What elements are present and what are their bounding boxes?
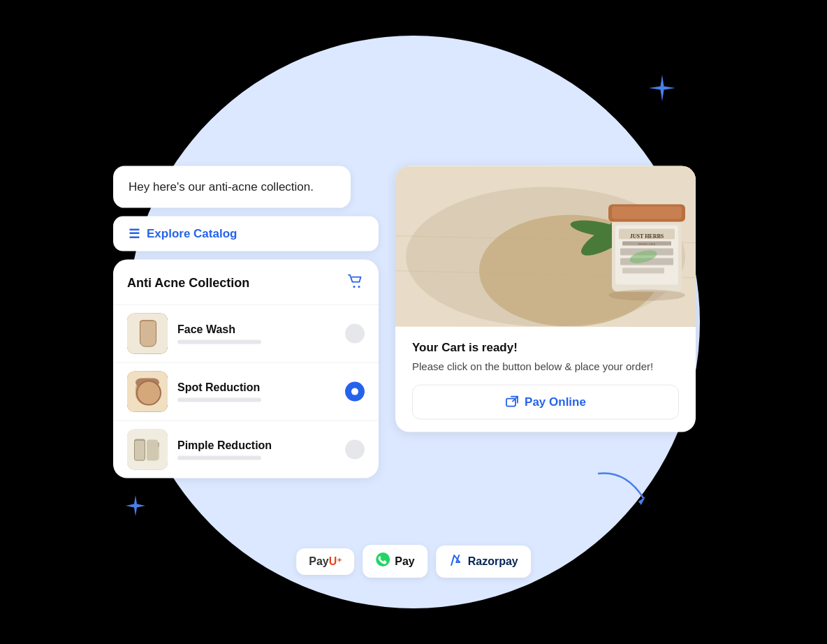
product-info-pimple-reduction: Pimple Reduction	[177, 439, 335, 460]
svg-rect-4	[140, 320, 155, 327]
svg-text:JUST HERBS: JUST HERBS	[630, 233, 664, 240]
cart-ready-title: Your Cart is ready!	[412, 341, 679, 355]
payu-logo-card: PayU⁺	[296, 548, 354, 575]
list-icon: ☰	[129, 226, 140, 241]
catalog-title: Anti Acne Collection	[127, 276, 249, 291]
product-toggle-face-wash[interactable]	[345, 323, 365, 343]
razorpay-logo-card: Razorpay	[436, 546, 531, 578]
svg-rect-3	[140, 320, 155, 344]
product-bar-spot-reduction	[177, 397, 261, 402]
product-item-pimple-reduction: Pimple Reduction	[113, 420, 379, 478]
product-thumb-spot-reduction	[127, 371, 168, 411]
svg-rect-30	[612, 207, 682, 219]
razorpay-text: Razorpay	[468, 555, 518, 568]
cart-ready-subtitle: Please click on the button below & place…	[412, 359, 679, 374]
cart-icon	[346, 272, 365, 290]
payu-logo-text: PayU⁺	[309, 555, 342, 568]
scene: Hey here's our anti-acne collection. ☰ E…	[0, 0, 827, 644]
svg-rect-11	[138, 388, 156, 389]
svg-rect-14	[127, 429, 168, 469]
razorpay-icon	[448, 552, 464, 571]
product-bar-pimple-reduction	[177, 455, 261, 460]
right-column: JUST HERBS SKINCARE Your Cart is ready! …	[395, 166, 696, 432]
product-name-pimple-reduction: Pimple Reduction	[177, 439, 335, 451]
svg-rect-12	[138, 390, 152, 392]
cart-icon-button[interactable]	[346, 272, 365, 294]
product-info-face-wash: Face Wash	[177, 323, 335, 344]
svg-rect-15	[134, 439, 145, 460]
svg-rect-6	[141, 331, 151, 332]
product-item-face-wash: Face Wash	[113, 304, 379, 362]
svg-text:SKINCARE: SKINCARE	[638, 242, 655, 246]
sparkle-top-right-icon	[647, 73, 677, 109]
svg-rect-5	[141, 328, 154, 330]
cart-card: JUST HERBS SKINCARE Your Cart is ready! …	[395, 166, 696, 432]
svg-rect-8	[127, 371, 168, 411]
product-toggle-spot-reduction[interactable]	[345, 381, 365, 401]
catalog-card: Anti Acne Collection	[113, 259, 379, 478]
pay-online-button[interactable]: Pay Online	[412, 385, 679, 420]
sparkle-bottom-left-icon	[124, 495, 147, 522]
chat-bubble-text: Hey here's our anti-acne collection.	[129, 180, 314, 193]
svg-rect-13	[138, 393, 154, 395]
svg-rect-7	[141, 334, 152, 335]
product-item-spot-reduction: Spot Reduction	[113, 362, 379, 420]
svg-rect-16	[134, 439, 145, 444]
product-bar-face-wash	[177, 339, 261, 344]
whatsapp-icon	[375, 552, 390, 571]
product-toggle-pimple-reduction[interactable]	[345, 439, 365, 459]
svg-point-0	[353, 286, 356, 288]
product-name-spot-reduction: Spot Reduction	[177, 381, 335, 393]
product-image-container: JUST HERBS SKINCARE	[395, 166, 696, 327]
whatsapp-pay-logo-card: Pay	[363, 545, 427, 578]
pay-online-label: Pay Online	[525, 395, 586, 409]
cart-content: Your Cart is ready! Please click on the …	[395, 327, 696, 432]
svg-point-1	[358, 286, 360, 288]
explore-catalog-button[interactable]: ☰ Explore Catalog	[113, 216, 379, 251]
payment-logos-row: PayU⁺ Pay Razorpay	[296, 545, 531, 578]
product-thumb-face-wash	[127, 313, 168, 353]
catalog-header: Anti Acne Collection	[113, 259, 379, 304]
payu-u-text: U	[329, 555, 337, 567]
svg-rect-36	[622, 268, 664, 274]
svg-rect-18	[148, 441, 159, 447]
face-wash-product-image	[127, 313, 168, 353]
spot-reduction-product-image	[127, 371, 168, 411]
svg-rect-10	[136, 378, 159, 386]
chat-bubble: Hey here's our anti-acne collection.	[113, 166, 351, 208]
svg-point-42	[376, 552, 390, 566]
left-column: Hey here's our anti-acne collection. ☰ E…	[113, 166, 379, 478]
payu-text: Pay	[309, 555, 328, 567]
external-link-icon	[505, 395, 519, 409]
whatsapp-pay-label: Pay	[395, 555, 414, 568]
pimple-reduction-product-image	[127, 429, 168, 469]
product-hero-image: JUST HERBS SKINCARE	[395, 166, 696, 327]
product-thumb-pimple-reduction	[127, 429, 168, 469]
svg-rect-2	[127, 313, 168, 353]
product-name-face-wash: Face Wash	[177, 323, 335, 335]
svg-point-40	[608, 290, 685, 301]
content-wrapper: Hey here's our anti-acne collection. ☰ E…	[113, 166, 714, 478]
explore-catalog-label: Explore Catalog	[147, 226, 237, 240]
payu-plus-icon: ⁺	[337, 556, 342, 567]
product-info-spot-reduction: Spot Reduction	[177, 381, 335, 402]
